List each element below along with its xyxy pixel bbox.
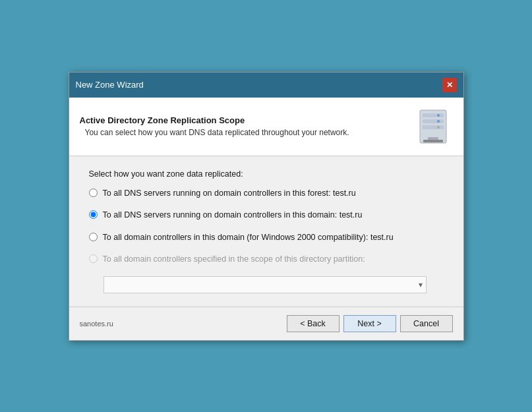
header-section: Active Directory Zone Replication Scope …: [69, 98, 463, 156]
radio-input-4: [89, 254, 98, 263]
radio-input-3[interactable]: [89, 233, 98, 241]
back-button[interactable]: < Back: [287, 315, 340, 332]
header-title: Active Directory Zone Replication Scope: [80, 115, 407, 125]
dialog-window: New Zone Wizard ✕ Active Directory Zone …: [69, 72, 464, 341]
header-description: You can select how you want DNS data rep…: [80, 128, 407, 137]
svg-rect-1: [423, 113, 444, 117]
radio-label-4: To all domain controllers specified in t…: [103, 254, 365, 266]
radio-label-3[interactable]: To all domain controllers in this domain…: [103, 232, 394, 244]
radio-input-2[interactable]: [89, 210, 98, 219]
window-title: New Zone Wizard: [76, 80, 144, 90]
server-icon: [413, 107, 453, 146]
svg-point-6: [437, 126, 440, 129]
partition-dropdown: [103, 276, 427, 293]
svg-point-4: [437, 114, 440, 117]
dropdown-wrapper: [103, 276, 427, 293]
next-button[interactable]: Next >: [343, 315, 396, 332]
svg-rect-7: [428, 137, 438, 140]
dropdown-container: [103, 276, 444, 293]
watermark: sanotes.ru: [80, 320, 113, 328]
content-section: Select how you want zone data replicated…: [69, 156, 463, 307]
footer-buttons: < Back Next > Cancel: [287, 315, 453, 332]
radio-label-1[interactable]: To all DNS servers running on domain con…: [103, 188, 356, 200]
radio-option-1: To all DNS servers running on domain con…: [89, 188, 444, 200]
title-bar: New Zone Wizard ✕: [69, 73, 463, 98]
radio-option-2: To all DNS servers running on domain con…: [89, 210, 444, 221]
section-label: Select how you want zone data replicated…: [89, 169, 444, 179]
radio-option-4: To all domain controllers specified in t…: [89, 254, 444, 266]
close-button[interactable]: ✕: [442, 78, 457, 92]
header-text: Active Directory Zone Replication Scope …: [80, 115, 407, 137]
svg-rect-2: [423, 119, 444, 123]
radio-option-3: To all domain controllers in this domain…: [89, 232, 444, 244]
footer-bar: sanotes.ru < Back Next > Cancel: [69, 307, 463, 340]
radio-label-2[interactable]: To all DNS servers running on domain con…: [103, 210, 363, 221]
svg-rect-8: [423, 140, 443, 142]
svg-point-5: [437, 120, 440, 123]
cancel-button[interactable]: Cancel: [400, 315, 453, 332]
svg-rect-3: [423, 125, 444, 129]
radio-input-1[interactable]: [89, 189, 98, 197]
